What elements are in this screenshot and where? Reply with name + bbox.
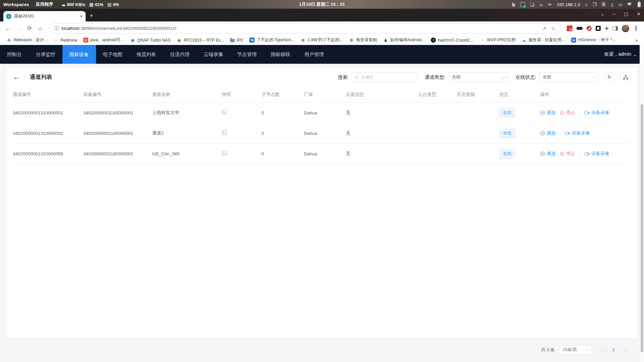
nav-item-gb-devices[interactable]: 国标设备 — [62, 45, 96, 64]
nav-item-split-screen[interactable]: 分屏监控 — [29, 45, 62, 64]
nav-item-gb-cascade[interactable]: 国标级联 — [264, 45, 297, 64]
bookmark-folder-ipc[interactable]: IPC — [228, 37, 246, 44]
page-content: ← 通道列表 搜索: 通道类型: 全部 在线状态: 全部 — [0, 68, 644, 362]
online-status-select[interactable]: 全部 — [539, 72, 599, 82]
snapshot-icon[interactable] — [222, 130, 227, 136]
ip-address-indicator[interactable]: 192.168.1.3 — [557, 2, 580, 7]
device-record-link[interactable]: 设备录像 — [585, 151, 609, 157]
screenshot-app-icon[interactable] — [520, 2, 525, 7]
home-tray-icon[interactable] — [585, 2, 588, 7]
globe-icon — [349, 38, 354, 43]
bookmark-server[interactable]: 服务器 - 轻量应用... — [519, 36, 567, 44]
snapshot-icon[interactable] — [222, 151, 227, 157]
redmine-icon — [53, 38, 58, 43]
play-link[interactable]: 播放 — [540, 130, 556, 136]
profile-avatar[interactable] — [622, 25, 629, 32]
bookmark-hdatmos[interactable]: NHDAtmos :: 种子 *... — [569, 36, 618, 44]
color-picker-icon[interactable] — [548, 2, 552, 7]
scrollbar-thumb[interactable] — [641, 104, 643, 352]
device-record-link[interactable]: 设备录像 — [565, 130, 590, 136]
refresh-button[interactable] — [604, 72, 615, 83]
network-speed: 900 KB/s — [61, 2, 85, 7]
status-badge: 在线 — [499, 149, 515, 159]
play-link[interactable]: 播放 — [540, 151, 556, 157]
volume-icon[interactable] — [628, 2, 633, 7]
display-icon[interactable] — [618, 2, 623, 7]
reload-button[interactable]: ⟳ — [25, 25, 34, 32]
nav-item-cloud-record[interactable]: 云端录像 — [197, 45, 230, 64]
bing-tray-icon[interactable] — [512, 2, 515, 7]
bookmark-rfc2833[interactable]: RFC2833 – RTP Ev... — [174, 37, 226, 44]
maximize-button[interactable]: ▢ — [624, 11, 628, 16]
stop-link[interactable]: 停止 — [560, 110, 575, 116]
browser-tab[interactable]: ✶ 国标28181 ✕ — [3, 11, 86, 21]
stop-link[interactable]: 停止 — [560, 151, 575, 157]
back-button[interactable]: ← — [3, 25, 13, 32]
share-icon[interactable] — [543, 26, 546, 31]
tab-search-icon[interactable]: ⌄ — [601, 11, 604, 16]
bookmarks-overflow-icon[interactable]: » — [635, 37, 640, 43]
js-extension-icon[interactable]: JS — [567, 25, 572, 31]
prev-page-button[interactable]: ‹ — [596, 347, 608, 353]
workspaces-button[interactable]: Workspaces — [3, 2, 29, 7]
bookmark-github-crash[interactable]: hairrrrr/C-CrashC... — [428, 37, 476, 44]
browser-menu-icon[interactable] — [633, 25, 639, 32]
window-switcher-icon[interactable] — [593, 2, 597, 7]
input-method-indicator[interactable]: 英 — [602, 1, 606, 7]
bookmark-java-android[interactable]: Cjava、android可... — [81, 36, 126, 44]
nav-item-user-mgmt[interactable]: 用户管理 — [297, 45, 331, 64]
divider: | — [579, 110, 581, 115]
screen-extension-icon[interactable] — [596, 26, 601, 31]
current-page[interactable]: 1 — [608, 347, 619, 352]
bookmark-android-build[interactable]: 如何编译Android... — [381, 36, 427, 44]
next-page-button[interactable]: › — [619, 347, 631, 353]
device-tree-button[interactable] — [620, 72, 631, 83]
bookmark-typescript[interactable]: 知了不起的 TypeScri... — [247, 36, 297, 44]
glasses-extension-icon[interactable] — [577, 27, 583, 30]
bookmark-copy-free[interactable]: 免登录复制 — [347, 36, 379, 44]
nav-item-push-list[interactable]: 推流列表 — [130, 45, 163, 64]
tab-close-icon[interactable]: ✕ — [80, 14, 83, 19]
page-size-select[interactable]: 15条/页 — [559, 345, 592, 355]
phone-link-icon[interactable] — [611, 2, 613, 7]
bookmark-star-icon[interactable] — [551, 25, 556, 32]
adblock-extension-icon[interactable] — [587, 26, 592, 31]
side-panel-icon[interactable] — [613, 26, 618, 31]
clock[interactable]: 1月10日 星期二 15：21 — [299, 1, 345, 7]
snapshot-icon[interactable] — [222, 110, 227, 116]
globe-icon — [301, 38, 306, 43]
bookmark-wvp-doc[interactable]: WVP-PRO文档 — [477, 36, 518, 44]
play-link[interactable]: 播放 — [540, 110, 556, 116]
table-row: 34020000001310000065 3402000000118000000… — [13, 144, 631, 164]
search-input[interactable] — [361, 75, 414, 80]
system-tray: 192.168.1.3 英 — [512, 1, 644, 7]
applications-menu[interactable]: 应用程序 — [36, 1, 53, 7]
forward-button[interactable]: → — [14, 25, 24, 32]
new-tab-button[interactable]: + — [90, 12, 93, 19]
caffeine-icon[interactable] — [539, 2, 543, 7]
address-bar[interactable]: localhost:38080/#/channelList/3402000000… — [49, 23, 561, 34]
nav-item-map[interactable]: 电子地图 — [96, 45, 130, 64]
browser-home-button[interactable]: ⌂ — [36, 25, 45, 32]
bookmark-qnap[interactable]: QNAP Turbo NAS — [128, 37, 173, 44]
nav-item-console[interactable]: 控制台 — [0, 45, 29, 64]
channel-type-select[interactable]: 全部 — [448, 72, 508, 82]
device-record-link[interactable]: 设备录像 — [585, 110, 609, 116]
scrollbar-track[interactable] — [640, 45, 644, 362]
channel-table: 通道编号 设备编号 通道名称 快照 子节点数 厂家 位置信息 云台类型 开启音频… — [13, 87, 631, 164]
extensions-puzzle-icon[interactable] — [605, 26, 609, 31]
bookmark-redmine[interactable]: Redmine — [51, 37, 80, 44]
nav-item-node-mgmt[interactable]: 节点管理 — [230, 45, 264, 64]
hdatmos-icon: N — [571, 38, 576, 43]
bookmark-webstack[interactable]: Webstack - 设计... — [4, 36, 50, 44]
user-menu[interactable]: 欢迎，admin — [604, 45, 637, 64]
window-close-button[interactable]: ✕ — [637, 11, 641, 16]
bookmark-18w[interactable]: 1.8W字|了不起的... — [298, 36, 345, 44]
site-info-icon[interactable] — [54, 25, 59, 32]
clipboard-icon[interactable] — [530, 2, 534, 7]
minimize-button[interactable]: – — [613, 11, 615, 16]
back-arrow-button[interactable]: ← — [13, 73, 20, 81]
battery-icon[interactable] — [638, 2, 641, 7]
nav-item-pull-proxy[interactable]: 拉流代理 — [163, 45, 197, 64]
divider — [25, 74, 25, 80]
